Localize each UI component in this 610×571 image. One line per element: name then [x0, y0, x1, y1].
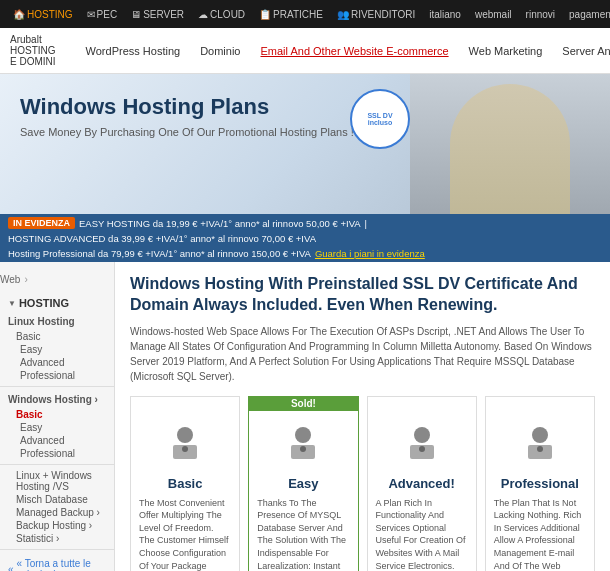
plan-advanced-icon	[376, 423, 468, 470]
sidebar-linux-section: Linux Hosting Basic Easy Advanced Profes…	[0, 313, 114, 382]
hero-subtitle: Save Money By Purchasing One Of Our Prom…	[20, 126, 370, 138]
svg-point-8	[419, 446, 425, 452]
sidebar-divider2	[0, 464, 114, 465]
svg-point-3	[295, 427, 311, 443]
svg-point-2	[182, 446, 188, 452]
nav-server[interactable]: 🖥 SERVER	[126, 9, 189, 20]
svg-point-0	[177, 427, 193, 443]
content-area: Web › ▼ HOSTING Linux Hosting Basic Easy…	[0, 262, 610, 571]
nav-italiano[interactable]: italiano	[424, 9, 466, 20]
hosting-arrow-icon: ▼	[8, 299, 16, 308]
plan-basic-icon	[139, 423, 231, 470]
nav-pratiche[interactable]: 📋 PRATICHE	[254, 9, 328, 20]
top-navigation: 🏠 HOSTING ✉ PEC 🖥 SERVER ☁ CLOUD 📋 PRATI…	[0, 0, 610, 28]
sidebar-linux-windows-vs[interactable]: Linux + Windows Hosting /VS	[0, 469, 114, 493]
plan-professional-desc: The Plan That Is Not Lacking Nothing. Ri…	[494, 497, 586, 571]
sold-badge: Sold!	[249, 396, 357, 411]
plan-professional[interactable]: Professional The Plan That Is Not Lackin…	[485, 396, 595, 571]
menu-email[interactable]: Email And Other Website E-commerce	[250, 39, 458, 63]
nav-cloud[interactable]: ☁ CLOUD	[193, 9, 250, 20]
plan-advanced-desc: A Plan Rich In Functionality And Service…	[376, 497, 468, 571]
promo-bar: IN EVIDENZA EASY HOSTING da 19,99 € +IVA…	[0, 214, 610, 262]
breadcrumb-web: Web	[0, 274, 20, 285]
breadcrumb-sep: ›	[24, 274, 27, 285]
hero-person-image	[410, 74, 610, 214]
ssl-badge-line2: incluso	[368, 119, 393, 126]
nav-webmail[interactable]: webmail	[470, 9, 517, 20]
pec-icon: ✉	[87, 9, 95, 20]
plan-easy-icon	[257, 423, 349, 470]
hosting-icon: 🏠	[13, 9, 25, 20]
sidebar-windows-section: Windows Hosting › Basic Easy Advanced Pr…	[0, 391, 114, 460]
sidebar: Web › ▼ HOSTING Linux Hosting Basic Easy…	[0, 262, 115, 571]
hero-section: Windows Hosting Plans Save Money By Purc…	[0, 74, 610, 214]
nav-hosting[interactable]: 🏠 HOSTING	[8, 9, 78, 20]
hero-title: Windows Hosting Plans	[20, 94, 370, 120]
back-arrow-icon: «	[8, 564, 14, 572]
sidebar-hosting-header[interactable]: ▼ HOSTING	[0, 293, 114, 313]
svg-point-5	[300, 446, 306, 452]
plan-professional-icon	[494, 423, 586, 470]
nav-rivenditori[interactable]: 👥 RIVENDITORI	[332, 9, 420, 20]
promo-text2: HOSTING ADVANCED da 39,99 € +IVA/1° anno…	[8, 233, 316, 244]
svg-point-6	[414, 427, 430, 443]
server-icon: 🖥	[131, 9, 141, 20]
sidebar-linux-basic[interactable]: Basic	[0, 330, 114, 343]
sidebar-windows-basic[interactable]: Basic	[0, 408, 114, 421]
sidebar-linux-easy[interactable]: Easy	[0, 343, 114, 356]
page-description: Windows-hosted Web Space Allows For The …	[130, 324, 595, 384]
sidebar-windows-easy[interactable]: Easy	[0, 421, 114, 434]
sidebar-windows-header[interactable]: Windows Hosting ›	[0, 391, 114, 408]
plan-easy-desc: Thanks To The Presence Of MYSQL Database…	[257, 497, 349, 571]
plan-basic-desc: The Most Convenient Offer Multiplying Th…	[139, 497, 231, 571]
menu-dominio[interactable]: Dominio	[190, 39, 250, 63]
sidebar-windows-advanced[interactable]: Advanced	[0, 434, 114, 447]
plan-basic-name: Basic	[139, 476, 231, 491]
top-nav-right: italiano webmail rinnovi pagamenti suppo…	[424, 7, 610, 22]
plans-grid: Basic The Most Convenient Offer Multiply…	[130, 396, 595, 571]
page-title: Windows Hosting With Preinstalled SSL DV…	[130, 274, 595, 316]
ssl-badge-line1: SSL DV	[367, 112, 392, 119]
logo[interactable]: Arubalt HOSTING E DOMINI	[10, 34, 56, 67]
plan-easy[interactable]: Sold! Easy Thanks To The Presence Of MYS…	[248, 396, 358, 571]
logo-bar: Arubalt HOSTING E DOMINI WordPress Hosti…	[0, 28, 610, 74]
breadcrumb: Web ›	[0, 270, 114, 289]
promo-text3: Hosting Professional da 79,99 € +IVA/1° …	[8, 248, 311, 259]
sidebar-windows-professional[interactable]: Professional	[0, 447, 114, 460]
pratiche-icon: 📋	[259, 9, 271, 20]
back-link[interactable]: « « Torna a tutte le soluzioni	[0, 554, 114, 571]
svg-point-9	[532, 427, 548, 443]
main-content: Windows Hosting With Preinstalled SSL DV…	[115, 262, 610, 571]
sidebar-linux-header[interactable]: Linux Hosting	[0, 313, 114, 330]
sidebar-divider3	[0, 549, 114, 550]
plan-advanced[interactable]: Advanced! A Plan Rich In Functionality A…	[367, 396, 477, 571]
plan-advanced-name: Advanced!	[376, 476, 468, 491]
sidebar-divider1	[0, 386, 114, 387]
main-menu: WordPress Hosting Dominio Email And Othe…	[76, 39, 610, 63]
promo-badge: IN EVIDENZA	[8, 217, 75, 229]
rivenditori-icon: 👥	[337, 9, 349, 20]
nav-pagamenti[interactable]: pagamenti	[564, 9, 610, 20]
sidebar-misch-database[interactable]: Misch Database	[0, 493, 114, 506]
cloud-icon: ☁	[198, 9, 208, 20]
sidebar-statistici[interactable]: Statistici ›	[0, 532, 114, 545]
back-link-label: « Torna a tutte le soluzioni	[17, 558, 106, 571]
promo-text1: EASY HOSTING da 19,99 € +IVA/1° anno* al…	[79, 218, 361, 229]
sidebar-linux-advanced[interactable]: Advanced	[0, 356, 114, 369]
ssl-badge: SSL DV incluso	[350, 89, 410, 149]
person-silhouette	[450, 84, 570, 214]
plan-easy-name: Easy	[257, 476, 349, 491]
sidebar-backup-hosting[interactable]: Backup Hosting ›	[0, 519, 114, 532]
menu-server-cloud[interactable]: Server And Cloud	[552, 39, 610, 63]
svg-point-11	[537, 446, 543, 452]
menu-web-marketing[interactable]: Web Marketing	[459, 39, 553, 63]
nav-pec[interactable]: ✉ PEC	[82, 9, 123, 20]
menu-wordpress[interactable]: WordPress Hosting	[76, 39, 191, 63]
sidebar-linux-professional[interactable]: Professional	[0, 369, 114, 382]
promo-sep: |	[365, 218, 367, 229]
promo-link[interactable]: Guarda i piani in evidenza	[315, 248, 425, 259]
sidebar-managed-backup[interactable]: Managed Backup ›	[0, 506, 114, 519]
nav-rinnovi[interactable]: rinnovi	[521, 9, 560, 20]
plan-basic[interactable]: Basic The Most Convenient Offer Multiply…	[130, 396, 240, 571]
plan-professional-name: Professional	[494, 476, 586, 491]
